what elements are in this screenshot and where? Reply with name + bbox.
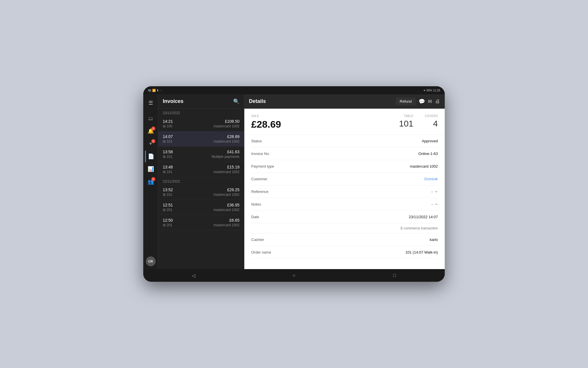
print-icon[interactable]: 🖨 <box>435 98 440 104</box>
invoice-item-selected[interactable]: 14:07 £28.69 ⊞ 101 mastercard 1002 <box>158 131 244 147</box>
details-header: Details Refund 💬 ✉ 🖨 <box>244 94 445 109</box>
invoice-amount: £108.50 <box>225 119 239 124</box>
invoice-payment: mastercard 1002 <box>214 208 239 212</box>
sale-summary: SALE £28.69 TABLE 101 COVERS 4 <box>244 109 445 135</box>
invoice-payment: mastercard 1002 <box>214 170 239 174</box>
invoice-no-value: Online-1-63 <box>418 152 438 156</box>
nav-bottom: CR <box>146 256 156 266</box>
customer-row: Customer Dominik <box>251 173 438 185</box>
order-name-label: Order name <box>251 250 405 254</box>
invoice-item[interactable]: 14:21 £108.50 ⊞ 100 mastercard 1002 <box>158 116 244 131</box>
details-title: Details <box>249 98 266 104</box>
payment-type-label: Payment type <box>251 164 410 168</box>
refund-button[interactable]: Refund <box>396 97 416 105</box>
status-icons: 📷 📶 ⬆ ··· <box>148 89 162 92</box>
app-content: ☰ 🗂 🔔 9 ✦ 9 📄 📊 👥 9 <box>143 94 445 269</box>
date-value: 23/11/2022 14:07 <box>409 215 438 219</box>
date-label: Date <box>251 215 409 219</box>
invoice-amount: £6.65 <box>229 218 239 223</box>
order-name-row: Order name 101 (14:07 Walk-in) <box>251 246 438 259</box>
table-info: TABLE 101 <box>399 114 413 129</box>
details-actions: Refund 💬 ✉ 🖨 <box>396 97 440 105</box>
invoices-title: Invoices <box>163 98 183 104</box>
invoice-item[interactable]: 12:50 £6.65 ⊞ 201 mastercard 1002 <box>158 215 244 230</box>
sidebar-item-notifications[interactable]: 🔔 9 <box>145 125 156 137</box>
invoice-no-row: Invoice No. Online-1-63 <box>251 147 438 160</box>
status-label: Status <box>251 139 422 143</box>
reports-icon: 📊 <box>148 166 154 172</box>
status-time: ✦ 58% 11:26 <box>423 89 440 92</box>
invoice-table: ⊞ 201 <box>163 223 172 227</box>
table-value: 101 <box>399 119 413 129</box>
invoice-amount: £36.95 <box>227 203 239 207</box>
invoice-item[interactable]: 13:52 £29.25 ⊞ 101 mastercard 1002 <box>158 185 244 200</box>
reference-edit-icon[interactable]: ✏ <box>435 190 438 194</box>
invoice-payment: mastercard 1002 <box>214 139 239 143</box>
sidebar-item-invoices[interactable]: 📄 <box>145 151 156 162</box>
invoice-amount: £41.63 <box>227 150 239 154</box>
invoice-table: ⊞ 201 <box>163 208 172 212</box>
nav-sidebar: ☰ 🗂 🔔 9 ✦ 9 📄 📊 👥 9 <box>143 94 158 269</box>
date-separator-1: 23/11/2022 <box>158 109 244 116</box>
notes-value: - ✏ <box>432 202 438 206</box>
status-row: Status Approved <box>251 135 438 147</box>
status-value: Approved <box>422 139 438 143</box>
invoice-time: 13:58 <box>163 150 173 154</box>
recents-button[interactable]: □ <box>388 269 401 282</box>
status-bar-right: ✦ 58% 11:26 <box>423 89 440 92</box>
cashier-label: Cashier <box>251 237 430 242</box>
sidebar-item-staff[interactable]: 👥 9 <box>145 176 156 187</box>
order-name-value: 101 (14:07 Walk-in) <box>405 250 438 254</box>
detail-rows: Status Approved Invoice No. Online-1-63 … <box>244 135 445 259</box>
invoice-payment: mastercard 1002 <box>214 223 239 227</box>
invoice-item[interactable]: 13:58 £41.63 ⊞ 101 Multiple payments <box>158 147 244 162</box>
notes-row: Notes - ✏ <box>251 198 438 211</box>
notes-label: Notes <box>251 202 432 206</box>
date-row: Date 23/11/2022 14:07 <box>251 211 438 223</box>
sale-amount-section: SALE £28.69 <box>251 114 399 130</box>
invoices-header: Invoices 🔍 <box>158 94 244 109</box>
email-icon[interactable]: ✉ <box>428 98 432 105</box>
invoice-table: ⊞ 101 <box>163 170 172 174</box>
invoice-payment: mastercard 1002 <box>214 193 239 197</box>
invoice-time: 12:50 <box>163 218 173 223</box>
orders-icon: 🗂 <box>148 116 153 122</box>
invoice-table: ⊞ 101 <box>163 155 172 159</box>
sidebar-item-menu[interactable]: ☰ <box>145 97 156 109</box>
bottom-nav: ◁ ○ □ <box>143 269 445 282</box>
covers-value: 4 <box>425 119 438 129</box>
reference-label: Reference <box>251 189 432 194</box>
avatar[interactable]: CR <box>146 256 156 266</box>
promotions-badge: 9 <box>151 139 155 143</box>
invoice-amount: £29.25 <box>227 187 239 192</box>
invoice-table: ⊞ 101 <box>163 139 172 143</box>
sale-label: SALE <box>251 114 399 118</box>
search-button[interactable]: 🔍 <box>233 98 239 105</box>
status-bar-left: 📷 📶 ⬆ ··· <box>148 89 162 92</box>
invoice-time: 14:21 <box>163 119 173 124</box>
invoice-item[interactable]: 12:51 £36.95 ⊞ 201 mastercard 1002 <box>158 200 244 215</box>
sidebar-item-reports[interactable]: 📊 <box>145 163 156 175</box>
back-button[interactable]: ◁ <box>187 269 200 282</box>
customer-value[interactable]: Dominik <box>424 177 438 181</box>
staff-badge: 9 <box>151 177 155 181</box>
customer-label: Customer <box>251 177 424 181</box>
invoice-time: 14:07 <box>163 134 173 139</box>
date-separator-2: 22/11/2022 <box>158 177 244 185</box>
invoices-list: 23/11/2022 14:21 £108.50 ⊞ 100 mastercar… <box>158 109 244 269</box>
payment-type-value: mastercard 1002 <box>410 164 438 168</box>
invoice-no-label: Invoice No. <box>251 152 418 156</box>
sale-amount: £28.69 <box>251 119 399 130</box>
table-label: TABLE <box>399 114 413 118</box>
ecommerce-note: E-commerce transaction <box>251 223 438 233</box>
invoice-item[interactable]: 13:48 £15.19 ⊞ 101 mastercard 1002 <box>158 162 244 177</box>
chat-icon[interactable]: 💬 <box>419 98 425 105</box>
invoice-table: ⊞ 100 <box>163 124 172 128</box>
invoice-amount: £15.19 <box>227 165 239 169</box>
invoice-time: 12:51 <box>163 203 173 207</box>
sidebar-item-promotions[interactable]: ✦ 9 <box>145 138 156 150</box>
details-content: SALE £28.69 TABLE 101 COVERS 4 <box>244 109 445 269</box>
notes-edit-icon[interactable]: ✏ <box>435 202 438 206</box>
home-button[interactable]: ○ <box>288 269 300 282</box>
sidebar-item-orders[interactable]: 🗂 <box>145 113 156 124</box>
